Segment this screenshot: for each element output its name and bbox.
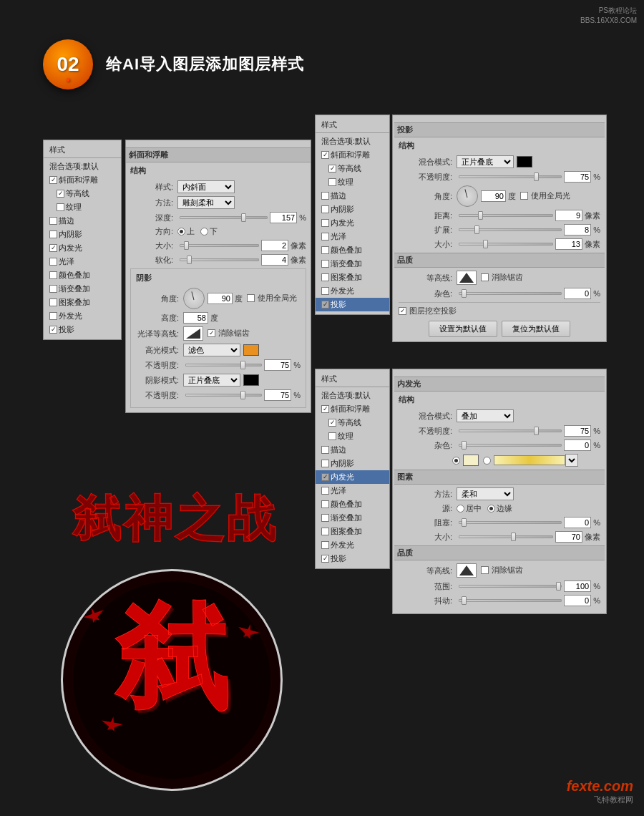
ig-gradient-swatch[interactable] [494,455,565,465]
angle-dial[interactable] [183,288,205,309]
style-select[interactable]: 内斜面 [177,180,235,193]
s-opacity-sl[interactable] [459,172,562,182]
global-light-label[interactable]: 使用全局光 [247,293,297,303]
ig-rb-gradient[interactable] [483,457,491,465]
r-texture[interactable]: 纹理 [316,175,389,189]
shadow-mode-select[interactable]: 正片叠底 [183,374,240,387]
soften-input[interactable] [261,254,288,266]
ig-choke-inp[interactable] [564,517,591,528]
altitude-input[interactable] [183,312,208,324]
style-list-color-overlay[interactable]: 颜色叠加 [44,268,121,282]
s-dist-sl[interactable] [459,210,553,220]
r-pattern-overlay[interactable]: 图案叠加 [316,271,389,284]
ig-method-select[interactable]: 柔和 [457,487,514,500]
rb-texture[interactable]: 纹理 [316,429,389,443]
style-list-contour[interactable]: 等高线 [44,187,121,200]
ig-opacity-inp[interactable] [564,425,591,437]
depth-slider[interactable] [180,213,268,223]
q-anti-alias[interactable]: 消除锯齿 [481,272,523,283]
ig-jitter-inp[interactable] [564,595,591,606]
r-stroke[interactable]: 描边 [316,189,389,203]
ig-edge[interactable]: 边缘 [487,503,512,514]
style-list-satin[interactable]: 光泽 [44,255,121,268]
ig-size-sl[interactable] [459,532,553,542]
r-satin[interactable]: 光泽 [316,230,389,243]
style-list-drop-shadow[interactable]: 投影 [44,323,121,336]
method-select[interactable]: 雕刻柔和 [177,196,235,209]
style-list-inner-glow[interactable]: 内发光 [44,241,121,255]
s-size-inp[interactable] [555,238,582,250]
ig-gradient-type[interactable] [565,454,578,467]
style-list-gradient-overlay[interactable]: 渐变叠加 [44,282,121,296]
r-color-overlay[interactable]: 颜色叠加 [316,243,389,257]
rb-blend-default[interactable]: 混合选项:默认 [316,389,389,402]
s-spread-sl[interactable] [459,225,562,235]
style-list-inner-shadow[interactable]: 内阴影 [44,228,121,241]
r-bevel[interactable]: 斜面和浮雕 [316,148,389,162]
style-list-stroke[interactable]: 描边 [44,214,121,228]
s-opacity-inp[interactable] [564,171,591,183]
rb-drop-shadow[interactable]: 投影 [316,552,389,565]
ig-opacity-sl[interactable] [459,426,562,436]
s-dist-inp[interactable] [555,210,582,221]
depth-input[interactable] [270,212,297,223]
rb-inner-shadow[interactable]: 内阴影 [316,457,389,470]
reset-default-btn[interactable]: 复位为默认值 [502,321,570,337]
ig-q-contour-thumb[interactable] [457,563,477,578]
h-opacity-slider[interactable] [185,360,262,370]
rb-outer-glow[interactable]: 外发光 [316,538,389,552]
r-gradient-overlay[interactable]: 渐变叠加 [316,257,389,271]
q-contour-thumb[interactable] [457,271,477,285]
highlight-select[interactable]: 滤色 [183,344,240,356]
r-drop-shadow[interactable]: 投影 [316,298,389,311]
style-list-blend-default[interactable]: 混合选项:默认 [44,160,121,173]
s-angle-dial[interactable] [457,185,478,207]
s-color-swatch[interactable] [517,156,532,167]
style-list-texture[interactable]: 纹理 [44,200,121,214]
soften-slider[interactable] [180,255,259,265]
ig-center[interactable]: 居中 [457,503,482,514]
direction-down[interactable]: 下 [200,226,218,237]
rb-satin[interactable]: 光泽 [316,484,389,497]
size-input[interactable] [261,240,288,251]
style-list-bevel[interactable]: 斜面和浮雕 [44,173,121,187]
r-contour[interactable]: 等高线 [316,162,389,175]
gloss-thumb[interactable] [183,326,203,341]
ig-range-sl[interactable] [459,581,562,591]
rb-contour[interactable]: 等高线 [316,416,389,429]
s-global-light[interactable]: 使用全局光 [520,190,570,201]
style-list-outer-glow[interactable]: 外发光 [44,309,121,323]
h-opacity-input[interactable] [264,359,291,371]
rb-color-overlay[interactable]: 颜色叠加 [316,497,389,511]
highlight-color[interactable] [243,344,259,356]
rb-gradient-overlay[interactable]: 渐变叠加 [316,511,389,525]
r-outer-glow[interactable]: 外发光 [316,284,389,298]
anti-alias-label[interactable]: 消除锯齿 [208,328,250,339]
ig-noise-inp[interactable] [564,439,591,451]
ig-anti-alias[interactable]: 消除锯齿 [481,565,523,575]
s-opacity-input[interactable] [264,389,291,401]
r-blend-default[interactable]: 混合选项:默认 [316,135,389,148]
s-spread-inp[interactable] [564,224,591,235]
ig-range-inp[interactable] [564,581,591,592]
shadow-color[interactable] [243,374,259,386]
ig-solid-color[interactable] [463,455,479,466]
angle-input[interactable] [208,293,233,304]
size-slider[interactable] [180,241,259,251]
layer-knockout-row[interactable]: 图层挖空投影 [399,306,600,316]
s-size-sl[interactable] [459,239,553,249]
ig-jitter-sl[interactable] [459,596,562,606]
s-blend-select[interactable]: 正片叠底 [457,155,514,168]
s-opacity-slider[interactable] [185,390,262,400]
ig-noise-sl[interactable] [459,440,562,450]
set-default-btn[interactable]: 设置为默认值 [429,321,497,337]
rb-pattern-overlay[interactable]: 图案叠加 [316,525,389,538]
q-noise-sl[interactable] [459,288,562,298]
r-inner-glow[interactable]: 内发光 [316,216,389,230]
direction-up[interactable]: 上 [177,226,195,237]
ig-blend-select[interactable]: 叠加 [457,409,514,422]
rb-inner-glow[interactable]: 内发光 [316,470,389,484]
q-noise-inp[interactable] [564,288,591,299]
ig-rb-solid[interactable] [452,457,460,465]
ig-choke-sl[interactable] [459,518,562,528]
